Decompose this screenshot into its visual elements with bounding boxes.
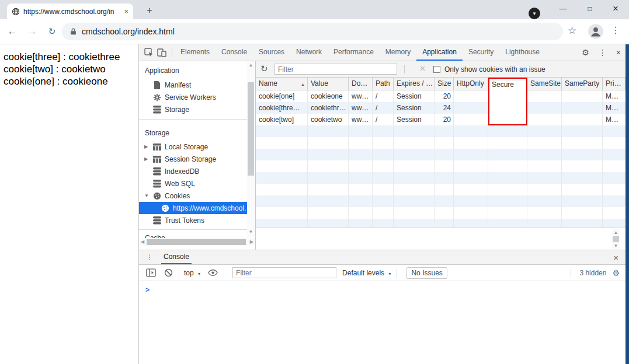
tab-title: https://www.cmdschool.org/in (23, 8, 120, 16)
database-icon (153, 216, 161, 225)
devtools-settings-icon[interactable]: ⚙ (577, 48, 594, 57)
tab-performance[interactable]: Performance (328, 44, 380, 61)
table-icon (153, 155, 161, 163)
tab-application[interactable]: Application (416, 44, 463, 61)
sidebar-horizontal-scrollbar[interactable]: ◀ ▶ (139, 238, 255, 246)
divider (139, 229, 248, 230)
scroll-right-icon[interactable]: ▶ (250, 239, 253, 244)
scroll-down-icon[interactable]: ▼ (247, 229, 255, 236)
new-tab-button[interactable]: + (143, 5, 157, 16)
sidebar-item-trust-tokens[interactable]: Trust Tokens (139, 214, 248, 226)
sidebar-item-local-storage[interactable]: ▶ Local Storage (139, 141, 248, 153)
column-header-priority[interactable]: Pri… (603, 78, 625, 90)
divider (397, 268, 397, 278)
divider (224, 268, 224, 278)
clear-console-icon[interactable] (164, 268, 173, 277)
no-issues-badge[interactable]: No Issues (406, 267, 447, 279)
sidebar-vertical-scrollbar[interactable]: ▲ ▼ (247, 61, 255, 237)
tab-close-icon[interactable]: × (124, 7, 128, 16)
console-prompt-chevron[interactable]: > (145, 286, 150, 294)
column-header-size[interactable]: Size (435, 78, 454, 90)
window-minimize-button[interactable]: — (554, 2, 572, 16)
sidebar-item-web-sql[interactable]: Web SQL (139, 177, 248, 190)
sidebar-item-indexeddb[interactable]: IndexedDB (139, 165, 248, 177)
sidebar-item-label: Session Storage (165, 155, 216, 163)
tab-security[interactable]: Security (463, 44, 499, 61)
inspect-element-icon[interactable] (144, 48, 154, 57)
dropdown-icon: ▾ (388, 271, 391, 276)
scroll-left-icon[interactable]: ◀ (141, 239, 144, 244)
cookies-filter-input[interactable] (274, 64, 397, 75)
back-button[interactable]: ← (5, 24, 20, 39)
browser-tab[interactable]: https://www.cmdschool.org/in × (7, 4, 133, 19)
sidebar-item-cookies[interactable]: ▼ Cookies (139, 190, 248, 202)
scroll-down-icon[interactable]: ▼ (612, 243, 620, 249)
column-header-httponly[interactable]: HttpOnly (454, 78, 488, 90)
issue-filter-checkbox[interactable] (433, 66, 440, 73)
console-settings-icon[interactable]: ⚙ (612, 268, 620, 278)
database-icon (153, 167, 161, 176)
clear-filter-icon[interactable]: ✕ (419, 64, 426, 73)
tab-console[interactable]: Console (216, 44, 253, 61)
avatar-icon (588, 23, 604, 40)
issue-filter-label[interactable]: Only show cookies with an issue (444, 65, 545, 74)
device-toolbar-icon[interactable] (157, 48, 166, 57)
sidebar-item-label: IndexedDB (165, 167, 199, 176)
console-sidebar-toggle-icon[interactable] (146, 268, 156, 277)
section-application-title: Application (145, 66, 179, 75)
window-maximize-button[interactable]: □ (581, 2, 599, 16)
log-levels-dropdown[interactable]: Default levels ▾ (342, 269, 391, 277)
preview-scrollbar[interactable]: ▲ ▼ (612, 229, 620, 249)
tab-elements[interactable]: Elements (175, 44, 216, 61)
eye-icon[interactable] (208, 268, 218, 277)
context-selector[interactable]: top ▾ (184, 269, 200, 277)
cookie-row[interactable]: cookie[two] cookietwo ww… / Session 20 M… (256, 114, 625, 125)
console-tab[interactable]: Console (161, 250, 192, 264)
column-header-samesite[interactable]: SameSite (527, 78, 562, 90)
tab-lighthouse[interactable]: Lighthouse (499, 44, 545, 61)
column-header-expires[interactable]: Expires / … (394, 78, 435, 90)
highlighted-column-label: Secure (489, 79, 526, 90)
window-close-button[interactable]: × (606, 2, 625, 16)
cookie-row[interactable]: cookie[one] cookieone ww… / Session 20 M… (256, 90, 625, 102)
drawer-menu-icon[interactable]: ⋮ (146, 253, 153, 261)
sidebar-item-cookie-origin[interactable]: https://www.cmdschool. (139, 202, 248, 214)
column-header-name[interactable]: Name ▲ (256, 78, 308, 90)
chevron-right-icon[interactable]: ▶ (144, 144, 150, 149)
cookie-row[interactable]: cookie[thre… cookiethr… ww… / Session 24… (256, 102, 625, 114)
column-header-value[interactable]: Value (308, 78, 349, 90)
database-icon (153, 106, 161, 114)
dropdown-icon: ▾ (198, 271, 200, 276)
scrollbar-thumb[interactable] (248, 82, 254, 176)
devtools-close-icon[interactable]: × (611, 48, 625, 57)
scrollbar-thumb[interactable] (147, 239, 246, 245)
devtools-menu-icon[interactable]: ⋮ (594, 48, 611, 57)
address-bar[interactable]: cmdschool.org/index.html (62, 23, 563, 40)
scroll-up-icon[interactable]: ▲ (612, 230, 620, 235)
sidebar-item-manifest[interactable]: Manifest (139, 79, 248, 91)
profile-avatar[interactable] (588, 23, 604, 40)
sidebar-item-session-storage[interactable]: ▶ Session Storage (139, 153, 248, 165)
chevron-down-icon[interactable]: ▼ (144, 193, 150, 198)
tab-network[interactable]: Network (290, 44, 328, 61)
bookmark-star-icon[interactable]: ☆ (568, 24, 576, 37)
column-header-path[interactable]: Path (373, 78, 394, 90)
refresh-icon[interactable]: ↻ (260, 64, 268, 74)
tab-sources[interactable]: Sources (253, 44, 290, 61)
console-filter-input[interactable] (232, 267, 336, 278)
chevron-right-icon[interactable]: ▶ (144, 156, 150, 162)
tab-memory[interactable]: Memory (380, 44, 416, 61)
drawer-close-icon[interactable]: × (613, 253, 618, 262)
scroll-up-icon[interactable]: ▲ (247, 62, 255, 69)
browser-menu-icon[interactable]: ⋮ (611, 24, 620, 36)
scrollbar-thumb[interactable] (613, 236, 619, 242)
circle-chevron-button[interactable]: ▾ (529, 8, 540, 19)
column-header-sameparty[interactable]: SameParty (562, 78, 603, 90)
devtools-tab-bar: Elements Console Sources Network Perform… (139, 44, 625, 61)
column-header-domain[interactable]: Do… (349, 78, 373, 90)
page-line: cookie[two] : cookietwo (4, 63, 138, 75)
browser-toolbar: ← → ↻ cmdschool.org/index.html ☆ ⋮ (0, 19, 629, 44)
sidebar-item-storage[interactable]: Storage (139, 103, 248, 116)
reload-button[interactable]: ↻ (44, 24, 60, 39)
sidebar-item-service-workers[interactable]: Service Workers (139, 91, 248, 103)
